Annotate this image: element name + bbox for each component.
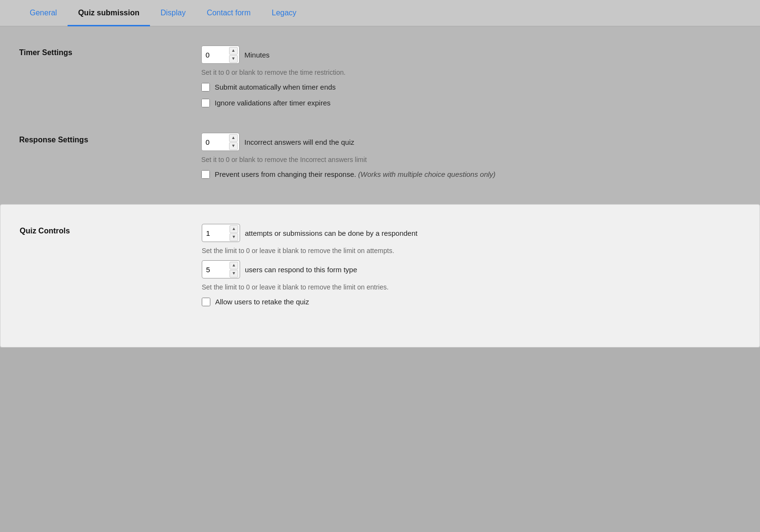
response-input-row: ▲ ▼ Incorrect answers will end the quiz bbox=[201, 133, 741, 151]
timer-spinner-down[interactable]: ▼ bbox=[229, 55, 238, 63]
tab-general[interactable]: General bbox=[19, 0, 68, 26]
entries-input-wrapper: ▲ ▼ bbox=[202, 260, 240, 278]
prevent-change-italic: (Works with multiple choice questions on… bbox=[358, 170, 495, 178]
allow-retake-checkbox[interactable] bbox=[202, 298, 210, 306]
attempts-input-row: ▲ ▼ attempts or submissions can be done … bbox=[202, 224, 740, 242]
timer-input-wrapper: ▲ ▼ bbox=[201, 46, 240, 64]
attempts-input-wrapper: ▲ ▼ bbox=[202, 224, 240, 242]
response-input-wrapper: ▲ ▼ bbox=[201, 133, 240, 151]
timer-spinner: ▲ ▼ bbox=[229, 46, 239, 63]
timer-input-row: ▲ ▼ Minutes bbox=[201, 46, 741, 64]
prevent-change-label: Prevent users from changing their respon… bbox=[215, 169, 495, 179]
quiz-controls-card: Quiz Controls ▲ ▼ attempts or submission… bbox=[0, 204, 760, 347]
tab-display[interactable]: Display bbox=[150, 0, 196, 26]
ignore-validations-label: Ignore validations after timer expires bbox=[215, 98, 331, 108]
timer-input-label: Minutes bbox=[244, 51, 270, 59]
response-spinner-up[interactable]: ▲ bbox=[229, 134, 238, 142]
quiz-controls-content: ▲ ▼ attempts or submissions can be done … bbox=[202, 224, 740, 312]
tab-quiz-submission[interactable]: Quiz submission bbox=[68, 0, 150, 26]
auto-submit-checkbox[interactable] bbox=[201, 83, 210, 92]
response-settings-section: Response Settings ▲ ▼ Incorrect answers … bbox=[19, 133, 741, 185]
content-area: Timer Settings ▲ ▼ Minutes Set it to 0 o… bbox=[0, 26, 760, 347]
response-input-label: Incorrect answers will end the quiz bbox=[244, 138, 354, 146]
entries-hint: Set the limit to 0 or leave it blank to … bbox=[202, 283, 740, 291]
timer-hint: Set it to 0 or blank to remove the time … bbox=[201, 69, 741, 76]
entries-label: users can respond to this form type bbox=[245, 266, 357, 274]
entries-spinner: ▲ ▼ bbox=[230, 261, 239, 278]
response-spinner: ▲ ▼ bbox=[229, 134, 239, 150]
auto-submit-label: Submit automatically when timer ends bbox=[215, 82, 336, 92]
prevent-change-row: Prevent users from changing their respon… bbox=[201, 169, 741, 179]
entries-spinner-down[interactable]: ▼ bbox=[230, 270, 238, 278]
attempts-spinner: ▲ ▼ bbox=[230, 225, 239, 241]
timer-settings-label: Timer Settings bbox=[19, 46, 201, 57]
response-spinner-down[interactable]: ▼ bbox=[229, 142, 238, 150]
attempts-spinner-down[interactable]: ▼ bbox=[230, 233, 238, 241]
response-settings-label: Response Settings bbox=[19, 133, 201, 144]
tabs-nav: General Quiz submission Display Contact … bbox=[0, 0, 760, 26]
response-hint: Set it to 0 or blank to remove the Incor… bbox=[201, 156, 741, 163]
attempts-hint: Set the limit to 0 or leave it blank to … bbox=[202, 247, 740, 254]
allow-retake-label: Allow users to retake the quiz bbox=[215, 297, 309, 307]
auto-submit-row: Submit automatically when timer ends bbox=[201, 82, 741, 92]
entries-input-row: ▲ ▼ users can respond to this form type bbox=[202, 260, 740, 278]
entries-spinner-up[interactable]: ▲ bbox=[230, 262, 238, 269]
ignore-validations-row: Ignore validations after timer expires bbox=[201, 98, 741, 108]
prevent-change-checkbox[interactable] bbox=[201, 170, 210, 179]
attempts-spinner-up[interactable]: ▲ bbox=[230, 225, 238, 233]
tab-contact-form[interactable]: Contact form bbox=[196, 0, 261, 26]
tab-legacy[interactable]: Legacy bbox=[261, 0, 307, 26]
timer-settings-content: ▲ ▼ Minutes Set it to 0 or blank to remo… bbox=[201, 46, 741, 114]
timer-spinner-up[interactable]: ▲ bbox=[229, 47, 238, 55]
attempts-label: attempts or submissions can be done by a… bbox=[245, 229, 417, 237]
quiz-controls-section: Quiz Controls ▲ ▼ attempts or submission… bbox=[20, 224, 740, 312]
timer-settings-section: Timer Settings ▲ ▼ Minutes Set it to 0 o… bbox=[19, 46, 741, 114]
ignore-validations-checkbox[interactable] bbox=[201, 99, 210, 107]
response-settings-content: ▲ ▼ Incorrect answers will end the quiz … bbox=[201, 133, 741, 185]
quiz-controls-label: Quiz Controls bbox=[20, 224, 202, 235]
allow-retake-row: Allow users to retake the quiz bbox=[202, 297, 740, 307]
